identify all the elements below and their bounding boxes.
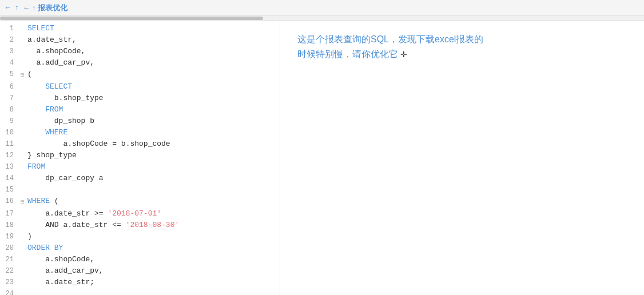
nav-arrows: ← ↑ bbox=[6, 3, 19, 12]
fold-icon bbox=[18, 104, 26, 105]
fold-icon bbox=[18, 93, 26, 94]
code-segment: a.shopCode, bbox=[27, 255, 94, 264]
code-line: 22 a.add_car_pv, bbox=[0, 265, 280, 277]
line-number: 22 bbox=[0, 265, 18, 277]
annotation-box: 这是个报表查询的SQL，发现下载excel报表的时候特别慢，请你优化它 ✛ bbox=[297, 32, 492, 61]
code-text: FROM bbox=[26, 161, 280, 173]
code-segment: '2018-07-01' bbox=[108, 209, 161, 218]
fold-icon bbox=[18, 138, 26, 139]
code-text: AND a.date_str <= '2018-08-30' bbox=[26, 220, 280, 231]
code-text: a.add_car_pv, bbox=[26, 265, 280, 277]
code-text: a.shopCode, bbox=[26, 254, 280, 265]
annotation-text: 这是个报表查询的SQL，发现下载excel报表的时候特别慢，请你优化它 bbox=[297, 34, 483, 59]
code-lines: 1SELECT2a.date_str,3 a.shopCode,4 a.add_… bbox=[0, 21, 280, 295]
code-line: 10 WHERE bbox=[0, 127, 280, 138]
code-text: WHERE bbox=[26, 127, 280, 138]
code-segment: SELECT bbox=[45, 82, 72, 91]
code-line: 20ORDER BY bbox=[0, 242, 280, 254]
code-text: WHERE ( bbox=[26, 196, 280, 207]
line-number: 2 bbox=[0, 34, 18, 46]
code-line: 16⊟WHERE ( bbox=[0, 196, 280, 208]
code-segment: a.add_car_pv, bbox=[27, 58, 94, 67]
fold-icon bbox=[18, 231, 26, 232]
line-number: 16 bbox=[0, 196, 18, 207]
code-segment: FROM bbox=[27, 162, 45, 171]
fold-icon bbox=[18, 277, 26, 278]
code-segment bbox=[27, 105, 45, 114]
top-bar-title: ← ↑ 报表优化 bbox=[22, 3, 67, 13]
fold-icon bbox=[18, 150, 26, 151]
fold-icon bbox=[18, 34, 26, 35]
code-segment: WHERE bbox=[27, 197, 50, 205]
line-number: 5 bbox=[0, 69, 18, 80]
line-number: 15 bbox=[0, 184, 18, 196]
code-text: b.shop_type bbox=[26, 93, 280, 104]
code-line: 15 bbox=[0, 184, 280, 196]
line-number: 17 bbox=[0, 208, 18, 220]
code-text: FROM bbox=[26, 104, 280, 115]
code-line: 1SELECT bbox=[0, 23, 280, 34]
line-number: 1 bbox=[0, 23, 18, 34]
code-segment: dp_shop b bbox=[27, 117, 94, 125]
line-number: 24 bbox=[0, 288, 18, 295]
line-number: 11 bbox=[0, 138, 18, 150]
code-text: ( bbox=[26, 69, 280, 80]
main-content: 1SELECT2a.date_str,3 a.shopCode,4 a.add_… bbox=[0, 21, 644, 295]
code-segment: AND a.date_str <= bbox=[27, 221, 126, 229]
code-text: ) bbox=[26, 231, 280, 242]
line-number: 3 bbox=[0, 46, 18, 57]
code-panel: 1SELECT2a.date_str,3 a.shopCode,4 a.add_… bbox=[0, 21, 280, 295]
code-segment: a.date_str >= bbox=[27, 209, 108, 218]
fold-icon bbox=[18, 57, 26, 58]
code-text: SELECT bbox=[26, 23, 280, 34]
code-text: a.date_str; bbox=[26, 277, 280, 288]
code-text: a.shopCode = b.shop_code bbox=[26, 138, 280, 150]
fold-icon[interactable]: ⊟ bbox=[18, 196, 26, 208]
line-number: 20 bbox=[0, 242, 18, 254]
code-segment: dp_car_copy a bbox=[27, 174, 104, 182]
code-segment: a.date_str; bbox=[27, 278, 94, 286]
code-segment: a.add_car_pv, bbox=[27, 266, 104, 275]
scrollbar-thumb[interactable] bbox=[0, 17, 263, 20]
code-segment: ) bbox=[27, 232, 32, 241]
code-line: 14 dp_car_copy a bbox=[0, 173, 280, 184]
fold-icon bbox=[18, 220, 26, 221]
line-number: 18 bbox=[0, 220, 18, 231]
fold-icon bbox=[18, 184, 26, 185]
fold-icon bbox=[18, 254, 26, 255]
code-text: a.date_str >= '2018-07-01' bbox=[26, 208, 280, 220]
code-line: 4 a.add_car_pv, bbox=[0, 57, 280, 69]
line-number: 4 bbox=[0, 57, 18, 69]
code-line: 2a.date_str, bbox=[0, 34, 280, 46]
fold-icon bbox=[18, 288, 26, 289]
fold-icon bbox=[18, 173, 26, 174]
code-text: ORDER BY bbox=[26, 242, 280, 254]
code-segment: FROM bbox=[45, 105, 63, 114]
fold-icon bbox=[18, 265, 26, 266]
code-text: dp_car_copy a bbox=[26, 173, 280, 184]
line-number: 23 bbox=[0, 277, 18, 288]
code-text: } shop_type bbox=[26, 150, 280, 161]
code-line: 7 b.shop_type bbox=[0, 93, 280, 104]
fold-icon[interactable]: ⊟ bbox=[18, 69, 26, 81]
fold-icon bbox=[18, 23, 26, 24]
code-line: 11 a.shopCode = b.shop_code bbox=[0, 138, 280, 150]
code-segment: SELECT bbox=[27, 24, 54, 33]
code-segment: ( bbox=[27, 70, 32, 78]
code-line: 12} shop_type bbox=[0, 150, 280, 161]
code-segment: ( bbox=[50, 197, 59, 205]
code-segment: a.shopCode = b.shop_code bbox=[27, 139, 170, 148]
code-segment: b.shop_type bbox=[27, 94, 104, 102]
line-number: 21 bbox=[0, 254, 18, 265]
line-number: 9 bbox=[0, 115, 18, 127]
code-line: 3 a.shopCode, bbox=[0, 46, 280, 57]
fold-icon bbox=[18, 46, 26, 47]
scrollbar-area[interactable] bbox=[0, 16, 644, 21]
code-line: 17 a.date_str >= '2018-07-01' bbox=[0, 208, 280, 220]
fold-icon bbox=[18, 81, 26, 82]
code-line: 9 dp_shop b bbox=[0, 115, 280, 127]
fold-icon bbox=[18, 242, 26, 244]
code-text: a.add_car_pv, bbox=[26, 57, 280, 69]
code-line: 21 a.shopCode, bbox=[0, 254, 280, 265]
cursor-icon: ✛ bbox=[400, 48, 407, 61]
